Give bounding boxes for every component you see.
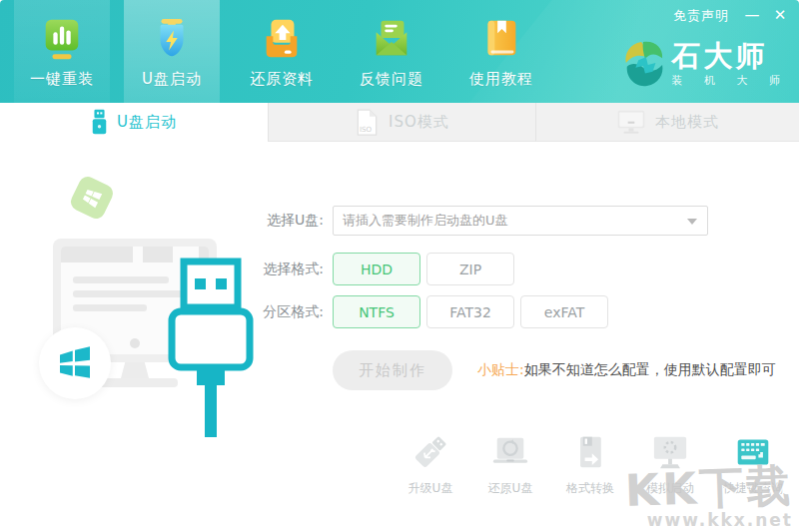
utility-simulate-boot[interactable]: 模拟启动 [630,433,710,497]
format-select-label: 选择格式: [0,261,333,278]
utility-label: 快捷键查询 [723,480,783,497]
app-window: 一键重装 U盘启动 [0,0,799,532]
utility-upgrade-usb[interactable]: 升级U盘 [391,433,470,497]
utility-label: 模拟启动 [646,480,694,497]
tip-prefix: 小贴士: [477,361,524,377]
toolbar-item-one-click-reinstall[interactable]: 一键重装 [14,0,110,103]
brand-subtitle: 装 机 大 师 [672,73,790,88]
mode-tabs: U盘启动 ISO ISO模式 本地模式 [0,103,799,142]
toolbar-item-label: U盘启动 [142,70,202,89]
partition-select-label: 分区格式: [0,303,333,321]
restore-tray-icon [259,15,305,63]
watermark-url: www.kkx.net [625,510,793,530]
local-monitor-icon [616,109,646,136]
utility-label: 还原U盘 [488,480,533,497]
format-convert-icon [572,433,608,471]
close-button[interactable]: ✕ [769,4,791,26]
tab-label: ISO模式 [389,113,449,132]
toolbar-item-label: 一键重装 [30,70,94,89]
tab-local-mode[interactable]: 本地模式 [536,103,799,142]
format-option-zip[interactable]: ZIP [426,253,514,285]
minimize-button[interactable]: — [741,4,763,26]
simulate-boot-icon [650,433,690,471]
toolbar-item-tutorial[interactable]: 使用教程 [453,0,549,103]
partition-option-exfat[interactable]: exFAT [520,295,608,328]
iso-file-icon: ISO [355,108,380,137]
utility-format-convert[interactable]: 格式转换 [550,433,630,497]
partition-select-row: 分区格式: NTFS FAT32 exFAT [0,295,799,328]
main-content: 选择U盘: 请插入需要制作启动盘的U盘 选择格式: HDD ZIP 分区格式: … [0,142,799,532]
tab-usb-boot[interactable]: U盘启动 [0,103,268,142]
usb-select-row: 选择U盘: 请插入需要制作启动盘的U盘 [0,206,799,236]
toolbar-item-restore-data[interactable]: 还原资料 [234,0,330,103]
toolbar-item-label: 使用教程 [469,70,533,89]
titlebar: 一键重装 U盘启动 [0,0,799,103]
brand-name: 石大师 [672,41,790,71]
brand-text: 石大师 装 机 大 师 [672,41,790,88]
utility-label: 升级U盘 [408,480,453,497]
start-row: 开始制作 小贴士:如果不知道怎么配置，使用默认配置即可 [0,350,799,390]
utility-restore-usb[interactable]: 还原U盘 [470,433,550,497]
utility-label: 格式转换 [566,480,614,497]
format-option-hdd[interactable]: HDD [333,253,420,285]
toolbar-item-feedback[interactable]: 反馈问题 [344,0,439,103]
tab-iso-mode[interactable]: ISO ISO模式 [268,103,536,142]
usb-upgrade-icon [411,433,449,471]
usb-shield-icon [149,15,195,63]
monitor-bars-icon [39,15,85,63]
tab-label: U盘启动 [117,113,177,132]
feedback-mail-icon [369,15,414,63]
toolbar-item-label: 还原资料 [250,70,314,89]
usb-select-label: 选择U盘: [0,212,333,230]
tutorial-book-icon [478,15,524,63]
toolbar-item-label: 反馈问题 [360,70,423,89]
hotkey-query-icon [735,433,771,471]
usb-restore-icon [490,433,530,471]
brand-logo: 石大师 装 机 大 师 [622,40,790,88]
usb-select-placeholder: 请插入需要制作启动盘的U盘 [334,212,508,230]
usb-drive-icon [91,109,108,136]
partition-option-fat32[interactable]: FAT32 [426,295,514,328]
svg-text:ISO: ISO [360,124,373,133]
main-toolbar: 一键重装 U盘启动 [14,0,549,103]
start-make-button[interactable]: 开始制作 [333,350,452,390]
disclaimer-link[interactable]: 免责声明 [673,7,729,25]
tip-text: 小贴士:如果不知道怎么配置，使用默认配置即可 [477,361,776,379]
utility-toolbar: 升级U盘 还原U盘 格式转换 [391,433,796,497]
brand-mark-icon [622,40,664,88]
chevron-down-icon [687,219,697,225]
toolbar-item-usb-boot[interactable]: U盘启动 [124,0,220,103]
utility-hotkey-query[interactable]: 快捷键查询 [710,433,796,497]
format-select-row: 选择格式: HDD ZIP [0,253,799,285]
usb-select-dropdown[interactable]: 请插入需要制作启动盘的U盘 [333,206,708,236]
tab-label: 本地模式 [655,113,719,132]
partition-option-ntfs[interactable]: NTFS [333,295,420,328]
